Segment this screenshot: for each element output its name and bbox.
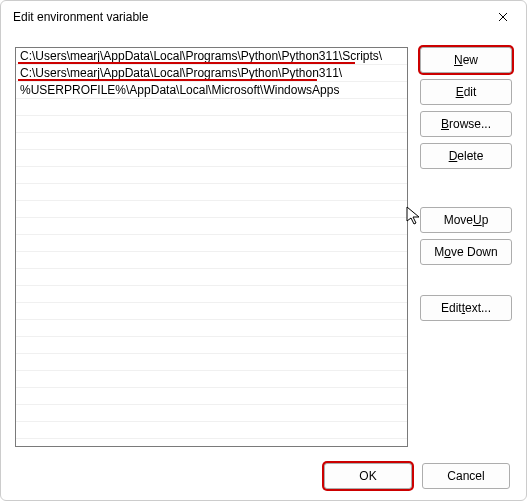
list-item[interactable] [16,150,407,167]
list-item[interactable] [16,371,407,388]
list-item[interactable] [16,116,407,133]
cancel-button[interactable]: Cancel [422,463,510,489]
mnemonic: U [473,213,482,227]
list-item[interactable]: %USERPROFILE%\AppData\Local\Microsoft\Wi… [16,82,407,99]
label: dit [464,85,477,99]
list-item[interactable] [16,422,407,439]
browse-button[interactable]: Browse... [420,111,512,137]
label: rowse... [449,117,491,131]
list-item[interactable] [16,184,407,201]
move-down-button[interactable]: Move Down [420,239,512,265]
bottom-bar: OK Cancel [1,452,526,500]
list-item[interactable] [16,354,407,371]
button-sidebar: New Edit Browse... Delete Move Up Move D… [420,47,512,452]
list-item[interactable] [16,201,407,218]
close-button[interactable] [480,1,526,33]
list-item[interactable] [16,303,407,320]
label: Move [444,213,473,227]
label: elete [457,149,483,163]
list-item[interactable]: C:\Users\mearj\AppData\Local\Programs\Py… [16,65,407,82]
list-item[interactable] [16,269,407,286]
edit-button[interactable]: Edit [420,79,512,105]
label: Edit [441,301,462,315]
new-button[interactable]: New [420,47,512,73]
path-listbox[interactable]: C:\Users\mearj\AppData\Local\Programs\Py… [15,47,408,447]
delete-button[interactable]: Delete [420,143,512,169]
list-item[interactable] [16,320,407,337]
content-area: C:\Users\mearj\AppData\Local\Programs\Py… [1,33,526,452]
list-item[interactable] [16,286,407,303]
label: ext... [465,301,491,315]
list-item[interactable] [16,167,407,184]
label: ew [463,53,478,67]
edit-text-button[interactable]: Edit text... [420,295,512,321]
move-up-button[interactable]: Move Up [420,207,512,233]
mnemonic: D [449,149,458,163]
list-item[interactable] [16,235,407,252]
label: ve Down [451,245,498,259]
list-item[interactable] [16,405,407,422]
list-item[interactable] [16,218,407,235]
list-item[interactable] [16,133,407,150]
close-icon [498,12,508,22]
mnemonic: o [444,245,451,259]
list-item[interactable]: C:\Users\mearj\AppData\Local\Programs\Py… [16,48,407,65]
mnemonic: N [454,53,463,67]
mnemonic: B [441,117,449,131]
ok-button[interactable]: OK [324,463,412,489]
list-item[interactable] [16,337,407,354]
list-wrap: C:\Users\mearj\AppData\Local\Programs\Py… [15,47,408,452]
titlebar: Edit environment variable [1,1,526,33]
label: p [482,213,489,227]
label: M [434,245,444,259]
list-item[interactable] [16,252,407,269]
mnemonic: E [456,85,464,99]
window-title: Edit environment variable [13,10,148,24]
list-item[interactable] [16,388,407,405]
list-item[interactable] [16,99,407,116]
dialog-window: Edit environment variable C:\Users\mearj… [0,0,527,501]
